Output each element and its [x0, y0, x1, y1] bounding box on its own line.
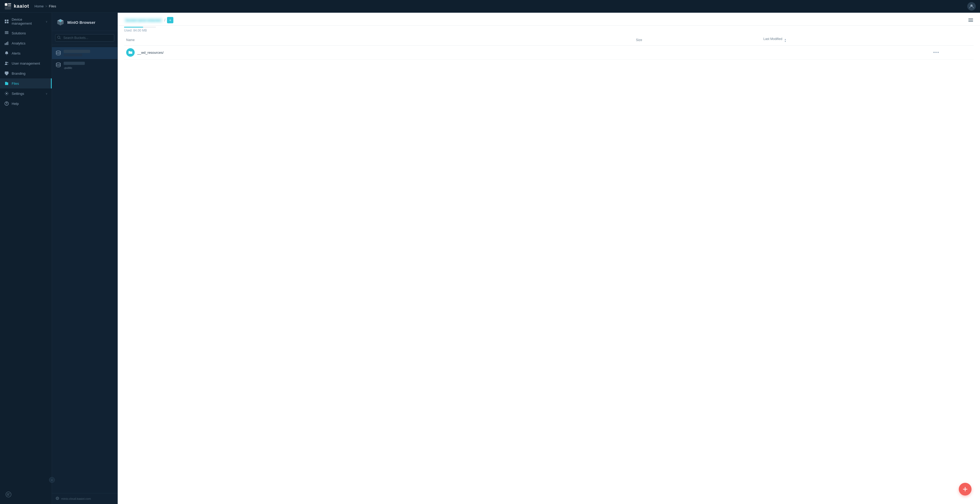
logo-text: kaaiot: [14, 3, 29, 9]
sidebar-nav: Device management ∨ Solutions: [0, 13, 52, 504]
logo-icon: [4, 3, 12, 10]
main-layout: Device management ∨ Solutions: [0, 13, 980, 504]
grid-icon: [4, 19, 9, 24]
sidebar-collapse-button[interactable]: ‹: [49, 477, 55, 483]
breadcrumb: Home > Files: [35, 4, 56, 8]
bucket-icon: [56, 62, 61, 68]
sidebar-label-alerts: Alerts: [12, 51, 21, 55]
globe-icon: [56, 496, 59, 501]
file-modified: [761, 46, 931, 60]
col-header-size: Size: [634, 35, 761, 46]
bucket-info: [64, 50, 90, 56]
settings-chevron-icon: ∨: [46, 92, 48, 95]
minio-search-area: [52, 31, 118, 45]
bucket-info: -public: [64, 62, 85, 70]
menu-button[interactable]: [968, 17, 974, 23]
sidebar-item-user-management[interactable]: User management: [0, 58, 52, 68]
svg-rect-9: [5, 32, 8, 33]
file-actions: •••: [931, 46, 974, 60]
minio-panel: MinIO Browser: [52, 13, 118, 504]
sidebar-label-user-management: User management: [12, 62, 40, 65]
file-name-cell: __wd_resources/: [124, 46, 634, 60]
minio-search-wrap: [55, 34, 114, 41]
col-header-name: Name: [124, 35, 634, 46]
svg-rect-8: [7, 22, 8, 23]
bucket-item[interactable]: [52, 47, 118, 59]
svg-rect-19: [6, 74, 8, 74]
file-path: bucket-name-redacted / +: [124, 17, 173, 23]
bucket-name-redacted: [64, 50, 90, 53]
chevron-down-icon: ∨: [46, 20, 48, 23]
file-name-inner: __wd_resources/: [126, 48, 632, 57]
sidebar-label-settings: Settings: [12, 92, 24, 96]
table-row: __wd_resources/ •••: [124, 46, 974, 60]
sort-icon: ▲ ▼: [784, 38, 786, 43]
file-path-bucket[interactable]: bucket-name-redacted: [124, 18, 163, 23]
svg-rect-17: [5, 71, 8, 74]
svg-rect-7: [5, 22, 6, 23]
file-name[interactable]: __wd_resources/: [137, 51, 164, 55]
user-management-icon: [4, 61, 9, 66]
add-path-button[interactable]: +: [167, 17, 173, 23]
svg-rect-12: [5, 43, 6, 45]
file-size: [634, 46, 761, 60]
file-usage-info: Used: 84.00 MB: [118, 27, 980, 35]
minio-footer-url: minio.cloud.kaaiot.com: [61, 497, 91, 500]
svg-rect-0: [5, 3, 8, 6]
chat-button[interactable]: [4, 490, 13, 499]
svg-rect-1: [8, 3, 11, 5]
sidebar-item-solutions[interactable]: Solutions: [0, 28, 52, 38]
fab-add-button[interactable]: [959, 483, 972, 496]
file-actions-button[interactable]: •••: [933, 50, 972, 55]
search-buckets-input[interactable]: [55, 34, 114, 41]
topbar-right: [967, 2, 976, 11]
minio-footer: minio.cloud.kaaiot.com: [52, 493, 118, 504]
sidebar-item-settings[interactable]: Settings ∨: [0, 89, 52, 98]
bell-icon: [4, 51, 9, 55]
layers-icon: [4, 31, 9, 35]
breadcrumb-home[interactable]: Home: [35, 4, 44, 8]
bucket-name-redacted: [64, 62, 85, 65]
file-table-header: Name Size Last Modified ▲ ▼: [124, 35, 974, 46]
sidebar-item-device-management[interactable]: Device management ∨: [0, 15, 52, 28]
sidebar-label-files: Files: [12, 82, 19, 86]
breadcrumb-separator: >: [45, 4, 48, 8]
sidebar-label-branding: Branding: [12, 71, 25, 76]
bucket-icon: [56, 50, 61, 55]
svg-point-15: [5, 62, 7, 63]
sidebar-label-help: Help: [12, 102, 19, 106]
svg-rect-11: [5, 31, 8, 32]
svg-rect-3: [5, 6, 11, 10]
sidebar-label-device-management: Device management: [12, 17, 43, 25]
sidebar-item-help[interactable]: Help: [0, 98, 52, 109]
svg-point-20: [6, 93, 8, 94]
sidebar-item-files[interactable]: Files: [0, 78, 52, 89]
svg-rect-14: [8, 41, 8, 45]
svg-rect-18: [6, 74, 8, 75]
files-icon: [4, 81, 9, 86]
file-path-separator: /: [164, 18, 165, 22]
svg-point-22: [6, 105, 7, 105]
sidebar-item-analytics[interactable]: Analytics: [0, 38, 52, 48]
topbar-left: kaaiot Home > Files: [4, 3, 56, 10]
minio-header: MinIO Browser: [52, 13, 118, 31]
search-icon: [57, 36, 61, 40]
file-browser-area: bucket-name-redacted / + Used: 84.00 MB …: [118, 13, 980, 504]
help-icon: [4, 101, 9, 106]
sidebar: Device management ∨ Solutions: [0, 13, 52, 504]
bucket-sub-redacted: [64, 54, 82, 56]
sidebar-label-analytics: Analytics: [12, 41, 25, 45]
svg-point-16: [7, 62, 8, 63]
sidebar-item-branding[interactable]: Branding: [0, 68, 52, 78]
sidebar-item-alerts[interactable]: Alerts: [0, 48, 52, 58]
svg-rect-2: [8, 5, 11, 6]
user-avatar[interactable]: [967, 2, 976, 11]
usage-bar-fill: [124, 27, 143, 27]
col-header-last-modified[interactable]: Last Modified ▲ ▼: [761, 35, 931, 46]
usage-bar: [124, 27, 156, 27]
file-table: Name Size Last Modified ▲ ▼: [124, 35, 974, 60]
minio-title: MinIO Browser: [67, 20, 95, 25]
topbar: kaaiot Home > Files: [0, 0, 980, 13]
bucket-item[interactable]: -public: [52, 59, 118, 72]
minio-logo-icon: [56, 18, 65, 27]
